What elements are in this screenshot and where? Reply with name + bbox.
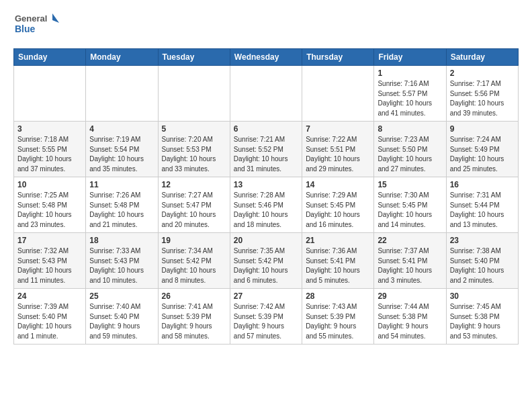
day-number: 22 bbox=[378, 236, 442, 245]
day-number: 3 bbox=[17, 124, 82, 134]
calendar-cell: 11Sunrise: 7:26 AM Sunset: 5:48 PM Dayli… bbox=[86, 177, 158, 233]
day-number: 6 bbox=[234, 124, 298, 134]
day-number: 14 bbox=[306, 180, 370, 189]
calendar-cell: 7Sunrise: 7:22 AM Sunset: 5:51 PM Daylig… bbox=[302, 122, 374, 177]
day-number: 25 bbox=[89, 291, 154, 301]
calendar: SundayMondayTuesdayWednesdayThursdayFrid… bbox=[13, 48, 519, 345]
day-number: 26 bbox=[162, 291, 226, 301]
calendar-cell: 14Sunrise: 7:29 AM Sunset: 5:45 PM Dayli… bbox=[302, 177, 374, 233]
calendar-cell: 20Sunrise: 7:35 AM Sunset: 5:42 PM Dayli… bbox=[230, 233, 302, 289]
calendar-cell: 27Sunrise: 7:42 AM Sunset: 5:39 PM Dayli… bbox=[230, 289, 302, 345]
day-number: 19 bbox=[162, 236, 226, 245]
svg-text:Blue: Blue bbox=[15, 24, 36, 34]
calendar-cell: 28Sunrise: 7:43 AM Sunset: 5:39 PM Dayli… bbox=[302, 289, 374, 345]
day-info: Sunrise: 7:21 AM Sunset: 5:52 PM Dayligh… bbox=[234, 135, 298, 174]
day-info: Sunrise: 7:16 AM Sunset: 5:57 PM Dayligh… bbox=[378, 79, 442, 118]
day-number: 2 bbox=[450, 68, 515, 78]
day-number: 21 bbox=[306, 236, 370, 245]
day-number: 23 bbox=[450, 236, 515, 245]
calendar-cell: 24Sunrise: 7:39 AM Sunset: 5:40 PM Dayli… bbox=[14, 289, 86, 345]
calendar-cell: 16Sunrise: 7:31 AM Sunset: 5:44 PM Dayli… bbox=[446, 177, 518, 233]
calendar-week-row: 24Sunrise: 7:39 AM Sunset: 5:40 PM Dayli… bbox=[14, 289, 519, 345]
header: General Blue bbox=[13, 11, 519, 40]
day-number: 24 bbox=[17, 291, 82, 301]
calendar-cell: 6Sunrise: 7:21 AM Sunset: 5:52 PM Daylig… bbox=[230, 122, 302, 177]
days-of-week-row: SundayMondayTuesdayWednesdayThursdayFrid… bbox=[14, 49, 519, 66]
day-number: 10 bbox=[17, 180, 82, 189]
day-info: Sunrise: 7:39 AM Sunset: 5:40 PM Dayligh… bbox=[17, 302, 82, 341]
calendar-cell: 17Sunrise: 7:32 AM Sunset: 5:43 PM Dayli… bbox=[14, 233, 86, 289]
day-of-week-header: Tuesday bbox=[158, 49, 230, 66]
day-number: 4 bbox=[89, 124, 154, 134]
day-number: 1 bbox=[378, 68, 442, 78]
day-info: Sunrise: 7:31 AM Sunset: 5:44 PM Dayligh… bbox=[450, 191, 515, 230]
calendar-cell: 10Sunrise: 7:25 AM Sunset: 5:48 PM Dayli… bbox=[14, 177, 86, 233]
calendar-cell: 9Sunrise: 7:24 AM Sunset: 5:49 PM Daylig… bbox=[446, 122, 518, 177]
day-info: Sunrise: 7:32 AM Sunset: 5:43 PM Dayligh… bbox=[17, 246, 82, 285]
day-number: 13 bbox=[234, 180, 298, 189]
day-number: 29 bbox=[378, 291, 442, 301]
calendar-cell: 29Sunrise: 7:44 AM Sunset: 5:38 PM Dayli… bbox=[374, 289, 446, 345]
day-number: 18 bbox=[89, 236, 154, 245]
day-info: Sunrise: 7:42 AM Sunset: 5:39 PM Dayligh… bbox=[234, 302, 298, 341]
day-info: Sunrise: 7:17 AM Sunset: 5:56 PM Dayligh… bbox=[450, 79, 515, 118]
day-of-week-header: Saturday bbox=[446, 49, 518, 66]
calendar-week-row: 10Sunrise: 7:25 AM Sunset: 5:48 PM Dayli… bbox=[14, 177, 519, 233]
day-info: Sunrise: 7:37 AM Sunset: 5:41 PM Dayligh… bbox=[378, 246, 442, 285]
day-number: 20 bbox=[234, 236, 298, 245]
day-of-week-header: Thursday bbox=[302, 49, 374, 66]
day-info: Sunrise: 7:33 AM Sunset: 5:43 PM Dayligh… bbox=[89, 246, 154, 285]
day-info: Sunrise: 7:28 AM Sunset: 5:46 PM Dayligh… bbox=[234, 191, 298, 230]
calendar-cell: 23Sunrise: 7:38 AM Sunset: 5:40 PM Dayli… bbox=[446, 233, 518, 289]
calendar-cell: 8Sunrise: 7:23 AM Sunset: 5:50 PM Daylig… bbox=[374, 122, 446, 177]
calendar-cell: 18Sunrise: 7:33 AM Sunset: 5:43 PM Dayli… bbox=[86, 233, 158, 289]
calendar-cell: 26Sunrise: 7:41 AM Sunset: 5:39 PM Dayli… bbox=[158, 289, 230, 345]
logo-svg: General Blue bbox=[13, 11, 60, 40]
day-number: 15 bbox=[378, 180, 442, 189]
day-info: Sunrise: 7:20 AM Sunset: 5:53 PM Dayligh… bbox=[162, 135, 226, 174]
calendar-cell bbox=[302, 66, 374, 122]
calendar-cell: 25Sunrise: 7:40 AM Sunset: 5:40 PM Dayli… bbox=[86, 289, 158, 345]
day-info: Sunrise: 7:40 AM Sunset: 5:40 PM Dayligh… bbox=[89, 302, 154, 341]
day-info: Sunrise: 7:41 AM Sunset: 5:39 PM Dayligh… bbox=[162, 302, 226, 341]
day-number: 17 bbox=[17, 236, 82, 245]
day-info: Sunrise: 7:36 AM Sunset: 5:41 PM Dayligh… bbox=[306, 246, 370, 285]
calendar-cell: 3Sunrise: 7:18 AM Sunset: 5:55 PM Daylig… bbox=[14, 122, 86, 177]
day-info: Sunrise: 7:34 AM Sunset: 5:42 PM Dayligh… bbox=[162, 246, 226, 285]
calendar-week-row: 3Sunrise: 7:18 AM Sunset: 5:55 PM Daylig… bbox=[14, 122, 519, 177]
svg-text:General: General bbox=[15, 13, 47, 24]
day-number: 12 bbox=[162, 180, 226, 189]
calendar-cell: 12Sunrise: 7:27 AM Sunset: 5:47 PM Dayli… bbox=[158, 177, 230, 233]
day-info: Sunrise: 7:26 AM Sunset: 5:48 PM Dayligh… bbox=[89, 191, 154, 230]
calendar-cell bbox=[158, 66, 230, 122]
day-info: Sunrise: 7:29 AM Sunset: 5:45 PM Dayligh… bbox=[306, 191, 370, 230]
day-number: 11 bbox=[89, 180, 154, 189]
day-number: 5 bbox=[162, 124, 226, 134]
calendar-cell: 13Sunrise: 7:28 AM Sunset: 5:46 PM Dayli… bbox=[230, 177, 302, 233]
page: General Blue SundayMondayTuesdayWednesda… bbox=[0, 0, 532, 355]
calendar-cell: 21Sunrise: 7:36 AM Sunset: 5:41 PM Dayli… bbox=[302, 233, 374, 289]
day-of-week-header: Friday bbox=[374, 49, 446, 66]
calendar-cell: 1Sunrise: 7:16 AM Sunset: 5:57 PM Daylig… bbox=[374, 66, 446, 122]
day-info: Sunrise: 7:45 AM Sunset: 5:38 PM Dayligh… bbox=[450, 302, 515, 341]
calendar-cell: 30Sunrise: 7:45 AM Sunset: 5:38 PM Dayli… bbox=[446, 289, 518, 345]
calendar-cell: 5Sunrise: 7:20 AM Sunset: 5:53 PM Daylig… bbox=[158, 122, 230, 177]
day-info: Sunrise: 7:24 AM Sunset: 5:49 PM Dayligh… bbox=[450, 135, 515, 174]
day-info: Sunrise: 7:18 AM Sunset: 5:55 PM Dayligh… bbox=[17, 135, 82, 174]
day-of-week-header: Monday bbox=[86, 49, 158, 66]
day-info: Sunrise: 7:35 AM Sunset: 5:42 PM Dayligh… bbox=[234, 246, 298, 285]
calendar-cell: 22Sunrise: 7:37 AM Sunset: 5:41 PM Dayli… bbox=[374, 233, 446, 289]
calendar-cell: 4Sunrise: 7:19 AM Sunset: 5:54 PM Daylig… bbox=[86, 122, 158, 177]
calendar-cell bbox=[14, 66, 86, 122]
calendar-body: 1Sunrise: 7:16 AM Sunset: 5:57 PM Daylig… bbox=[14, 66, 519, 345]
day-number: 9 bbox=[450, 124, 515, 134]
day-of-week-header: Sunday bbox=[14, 49, 86, 66]
calendar-cell: 2Sunrise: 7:17 AM Sunset: 5:56 PM Daylig… bbox=[446, 66, 518, 122]
calendar-cell: 19Sunrise: 7:34 AM Sunset: 5:42 PM Dayli… bbox=[158, 233, 230, 289]
day-info: Sunrise: 7:23 AM Sunset: 5:50 PM Dayligh… bbox=[378, 135, 442, 174]
day-number: 8 bbox=[378, 124, 442, 134]
day-info: Sunrise: 7:43 AM Sunset: 5:39 PM Dayligh… bbox=[306, 302, 370, 341]
logo: General Blue bbox=[13, 11, 60, 40]
day-number: 30 bbox=[450, 291, 515, 301]
day-info: Sunrise: 7:44 AM Sunset: 5:38 PM Dayligh… bbox=[378, 302, 442, 341]
